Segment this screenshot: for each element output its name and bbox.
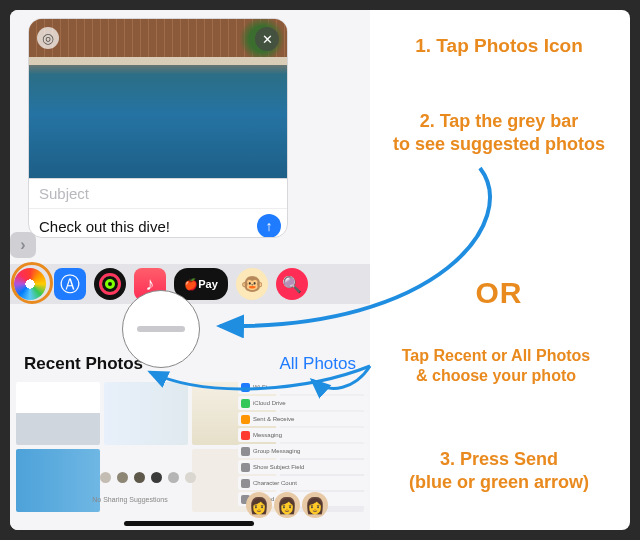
home-indicator[interactable] [124,521,254,526]
drawer-grabber-bar[interactable] [137,326,185,332]
all-photos-link[interactable]: All Photos [279,354,356,374]
color-dot[interactable] [100,472,111,483]
instruction-alt-line1: Tap Recent or All Photos [402,347,590,364]
settings-row[interactable]: Sent & Receive [238,412,368,426]
no-sharing-suggestions-label: No Sharing Suggestions [80,496,180,503]
instruction-step-3-line2: (blue or green arrow) [409,472,589,492]
color-dot[interactable] [134,472,145,483]
memoji-thumbnail-row: 👩 👩 👩 [246,492,328,518]
color-dot[interactable] [185,472,196,483]
message-compose-card: ◎ ✕ Subject Check out this dive! ↑ [28,18,288,238]
highlight-ring-photos [11,262,53,304]
settings-row[interactable]: iCloud Drive [238,396,368,410]
activity-rings-icon [99,273,121,295]
photo-pool-edge [29,57,287,65]
recent-photos-label[interactable]: Recent Photos [24,354,143,374]
arrow-up-icon: ↑ [266,218,273,234]
photo-thumbnail[interactable] [16,382,100,445]
monkey-face-icon: 🐵 [241,273,263,295]
memoji-app-icon[interactable]: 🐵 [236,268,268,300]
images-search-icon[interactable]: 🔍 [276,268,308,300]
highlight-circle-grabber [122,290,200,368]
settings-row[interactable]: Group Messaging [238,444,368,458]
instruction-step-2: 2. Tap the grey bar to see suggested pho… [376,110,622,155]
remove-attachment-button[interactable]: ✕ [255,27,279,51]
appstore-glyph-icon: Ⓐ [60,271,80,298]
settings-row[interactable]: Wi-Fi [238,380,368,394]
send-button[interactable]: ↑ [257,214,281,238]
subject-field[interactable]: Subject [29,179,287,209]
tutorial-canvas: ◎ ✕ Subject Check out this dive! ↑ › Ⓐ ♪… [10,10,630,530]
color-dot[interactable] [117,472,128,483]
message-input-row: Check out this dive! ↑ [29,209,287,238]
photo-thumbnail[interactable] [104,382,188,445]
memoji-thumbnail[interactable]: 👩 [246,492,272,518]
memoji-thumbnail[interactable]: 👩 [274,492,300,518]
expand-chevron-button[interactable]: › [10,232,36,258]
memoji-thumbnail[interactable]: 👩 [302,492,328,518]
instruction-step-1: 1. Tap Photos Icon [376,34,622,58]
attached-photo[interactable]: ◎ ✕ [29,19,287,179]
live-photo-icon: ◎ [37,27,59,49]
photos-picker-header: Recent Photos All Photos [10,354,370,374]
color-dot[interactable] [168,472,179,483]
settings-row[interactable]: Character Count [238,476,368,490]
instruction-step-2-line2: to see suggested photos [393,134,605,154]
instruction-panel: 1. Tap Photos Icon 2. Tap the grey bar t… [376,10,622,530]
appstore-app-icon[interactable]: Ⓐ [54,268,86,300]
fitness-app-icon[interactable] [94,268,126,300]
applepay-app-icon[interactable]: 🍎Pay [174,268,228,300]
settings-row[interactable]: Messaging [238,428,368,442]
settings-row[interactable]: Show Subject Field [238,460,368,474]
color-dots-row [100,472,196,483]
chevron-right-icon: › [20,236,25,254]
instruction-step-3: 3. Press Send (blue or green arrow) [376,448,622,493]
instruction-alt-line2: & choose your photo [416,367,576,384]
settings-thumbnail-list: Wi-Fi iCloud Drive Sent & Receive Messag… [238,380,368,506]
instruction-step-3-line1: 3. Press Send [440,449,558,469]
magnifier-icon: 🔍 [282,275,302,294]
phone-screenshot: ◎ ✕ Subject Check out this dive! ↑ › Ⓐ ♪… [10,10,370,530]
imessage-app-drawer: Ⓐ ♪ 🍎Pay 🐵 🔍 [10,264,370,304]
message-input[interactable]: Check out this dive! [39,218,257,235]
color-dot[interactable] [151,472,162,483]
instruction-step-2-line1: 2. Tap the grey bar [420,111,579,131]
instruction-step-alt: Tap Recent or All Photos & choose your p… [370,346,622,386]
instruction-or: OR [376,274,622,312]
